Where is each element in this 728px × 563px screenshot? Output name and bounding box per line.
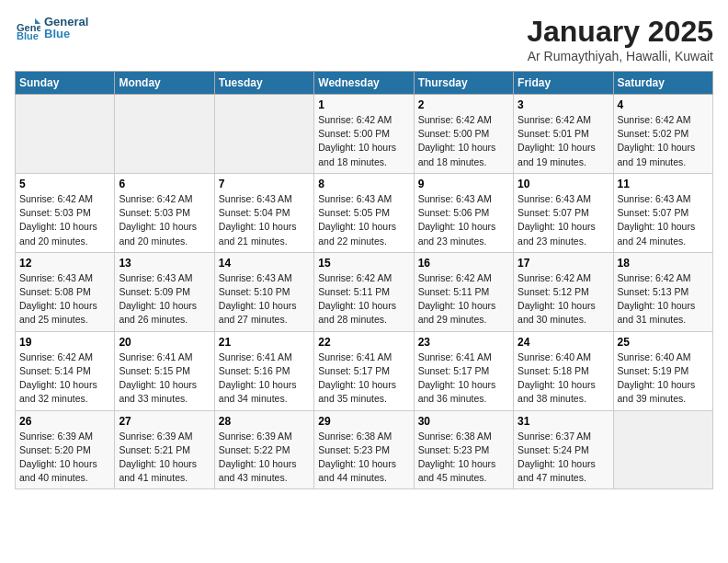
day-info: Sunrise: 6:42 AMSunset: 5:00 PMDaylight:… <box>418 113 509 169</box>
day-number: 24 <box>518 336 609 349</box>
day-number: 9 <box>418 178 509 190</box>
header-cell: Tuesday <box>214 72 313 95</box>
header-cell: Thursday <box>414 72 513 95</box>
day-number: 22 <box>318 336 409 349</box>
day-info: Sunrise: 6:43 AMSunset: 5:04 PMDaylight:… <box>219 192 310 248</box>
calendar-day: 3Sunrise: 6:42 AMSunset: 5:01 PMDaylight… <box>514 95 613 174</box>
day-number: 13 <box>119 257 210 270</box>
calendar-day: 10Sunrise: 6:43 AMSunset: 5:07 PMDayligh… <box>514 173 613 252</box>
calendar-day: 25Sunrise: 6:40 AMSunset: 5:19 PMDayligh… <box>613 331 712 410</box>
day-info: Sunrise: 6:38 AMSunset: 5:23 PMDaylight:… <box>318 430 409 486</box>
calendar-header: SundayMondayTuesdayWednesdayThursdayFrid… <box>16 72 713 95</box>
calendar-day: 29Sunrise: 6:38 AMSunset: 5:23 PMDayligh… <box>314 410 414 489</box>
calendar-week: 1Sunrise: 6:42 AMSunset: 5:00 PMDaylight… <box>16 95 713 174</box>
day-info: Sunrise: 6:41 AMSunset: 5:17 PMDaylight:… <box>318 350 409 407</box>
day-number: 18 <box>618 257 709 270</box>
header-cell: Saturday <box>613 72 712 95</box>
day-number: 12 <box>19 257 110 270</box>
day-number: 10 <box>518 178 609 190</box>
month-title: January 2025 <box>527 15 713 49</box>
day-info: Sunrise: 6:41 AMSunset: 5:17 PMDaylight:… <box>418 350 509 407</box>
calendar-day: 12Sunrise: 6:43 AMSunset: 5:08 PMDayligh… <box>16 252 115 331</box>
header-cell: Wednesday <box>314 72 414 95</box>
day-number: 5 <box>19 178 110 190</box>
header-cell: Friday <box>514 72 613 95</box>
logo-line2: Blue <box>44 27 88 40</box>
day-number: 23 <box>418 336 509 349</box>
calendar-day: 15Sunrise: 6:42 AMSunset: 5:11 PMDayligh… <box>314 252 414 331</box>
calendar-day: 30Sunrise: 6:38 AMSunset: 5:23 PMDayligh… <box>414 410 513 489</box>
day-number: 16 <box>418 257 509 270</box>
day-info: Sunrise: 6:42 AMSunset: 5:03 PMDaylight:… <box>19 192 110 248</box>
day-info: Sunrise: 6:41 AMSunset: 5:15 PMDaylight:… <box>119 350 210 407</box>
calendar-day: 9Sunrise: 6:43 AMSunset: 5:06 PMDaylight… <box>414 173 513 252</box>
day-number: 2 <box>418 98 509 111</box>
day-number: 11 <box>618 178 709 190</box>
calendar-week: 19Sunrise: 6:42 AMSunset: 5:14 PMDayligh… <box>16 331 713 410</box>
calendar-day: 2Sunrise: 6:42 AMSunset: 5:00 PMDaylight… <box>414 95 513 174</box>
calendar-day: 23Sunrise: 6:41 AMSunset: 5:17 PMDayligh… <box>414 331 513 410</box>
calendar-day <box>613 410 712 489</box>
logo-icon: General Blue <box>15 15 40 40</box>
day-info: Sunrise: 6:41 AMSunset: 5:16 PMDaylight:… <box>219 350 310 407</box>
calendar-day: 19Sunrise: 6:42 AMSunset: 5:14 PMDayligh… <box>16 331 115 410</box>
day-info: Sunrise: 6:43 AMSunset: 5:10 PMDaylight:… <box>219 271 310 327</box>
calendar-day: 17Sunrise: 6:42 AMSunset: 5:12 PMDayligh… <box>514 252 613 331</box>
day-number: 4 <box>618 98 709 111</box>
header-row: SundayMondayTuesdayWednesdayThursdayFrid… <box>16 72 713 95</box>
calendar-day: 26Sunrise: 6:39 AMSunset: 5:20 PMDayligh… <box>16 410 115 489</box>
day-number: 8 <box>318 178 409 190</box>
day-info: Sunrise: 6:42 AMSunset: 5:00 PMDaylight:… <box>318 113 409 169</box>
day-number: 29 <box>318 415 409 428</box>
location-title: Ar Rumaythiyah, Hawalli, Kuwait <box>527 49 713 63</box>
day-number: 20 <box>119 336 210 349</box>
calendar-week: 12Sunrise: 6:43 AMSunset: 5:08 PMDayligh… <box>16 252 713 331</box>
calendar-day: 4Sunrise: 6:42 AMSunset: 5:02 PMDaylight… <box>613 95 712 174</box>
day-info: Sunrise: 6:39 AMSunset: 5:22 PMDaylight:… <box>219 430 310 486</box>
day-info: Sunrise: 6:42 AMSunset: 5:14 PMDaylight:… <box>19 350 110 407</box>
day-number: 14 <box>219 257 310 270</box>
day-info: Sunrise: 6:37 AMSunset: 5:24 PMDaylight:… <box>518 430 609 486</box>
day-number: 19 <box>19 336 110 349</box>
title-block: January 2025 Ar Rumaythiyah, Hawalli, Ku… <box>527 15 713 63</box>
day-info: Sunrise: 6:43 AMSunset: 5:07 PMDaylight:… <box>618 192 709 248</box>
day-number: 1 <box>318 98 409 111</box>
day-info: Sunrise: 6:42 AMSunset: 5:02 PMDaylight:… <box>618 113 709 169</box>
page-header: General Blue General Blue January 2025 A… <box>15 15 713 63</box>
calendar-day <box>16 95 115 174</box>
calendar-day: 13Sunrise: 6:43 AMSunset: 5:09 PMDayligh… <box>115 252 214 331</box>
day-number: 21 <box>219 336 310 349</box>
day-info: Sunrise: 6:40 AMSunset: 5:19 PMDaylight:… <box>618 350 709 407</box>
calendar-day: 20Sunrise: 6:41 AMSunset: 5:15 PMDayligh… <box>115 331 214 410</box>
day-info: Sunrise: 6:39 AMSunset: 5:21 PMDaylight:… <box>119 430 210 486</box>
day-info: Sunrise: 6:43 AMSunset: 5:09 PMDaylight:… <box>119 271 210 327</box>
day-number: 27 <box>119 415 210 428</box>
calendar-day: 24Sunrise: 6:40 AMSunset: 5:18 PMDayligh… <box>514 331 613 410</box>
day-info: Sunrise: 6:42 AMSunset: 5:13 PMDaylight:… <box>618 271 709 327</box>
header-cell: Sunday <box>16 72 115 95</box>
day-number: 6 <box>119 178 210 190</box>
calendar-week: 5Sunrise: 6:42 AMSunset: 5:03 PMDaylight… <box>16 173 713 252</box>
day-number: 31 <box>518 415 609 428</box>
calendar-day: 5Sunrise: 6:42 AMSunset: 5:03 PMDaylight… <box>16 173 115 252</box>
day-info: Sunrise: 6:40 AMSunset: 5:18 PMDaylight:… <box>518 350 609 407</box>
calendar-day: 27Sunrise: 6:39 AMSunset: 5:21 PMDayligh… <box>115 410 214 489</box>
svg-marker-3 <box>35 18 40 24</box>
calendar-day: 18Sunrise: 6:42 AMSunset: 5:13 PMDayligh… <box>613 252 712 331</box>
day-info: Sunrise: 6:42 AMSunset: 5:12 PMDaylight:… <box>518 271 609 327</box>
day-info: Sunrise: 6:43 AMSunset: 5:05 PMDaylight:… <box>318 192 409 248</box>
calendar-day: 1Sunrise: 6:42 AMSunset: 5:00 PMDaylight… <box>314 95 414 174</box>
calendar-day: 21Sunrise: 6:41 AMSunset: 5:16 PMDayligh… <box>214 331 313 410</box>
calendar-day: 6Sunrise: 6:42 AMSunset: 5:03 PMDaylight… <box>115 173 214 252</box>
calendar-day: 31Sunrise: 6:37 AMSunset: 5:24 PMDayligh… <box>514 410 613 489</box>
day-info: Sunrise: 6:43 AMSunset: 5:08 PMDaylight:… <box>19 271 110 327</box>
day-info: Sunrise: 6:43 AMSunset: 5:06 PMDaylight:… <box>418 192 509 248</box>
calendar-table: SundayMondayTuesdayWednesdayThursdayFrid… <box>15 71 713 489</box>
svg-text:Blue: Blue <box>17 30 39 40</box>
calendar-day: 16Sunrise: 6:42 AMSunset: 5:11 PMDayligh… <box>414 252 513 331</box>
calendar-day <box>115 95 214 174</box>
day-info: Sunrise: 6:42 AMSunset: 5:11 PMDaylight:… <box>418 271 509 327</box>
day-info: Sunrise: 6:42 AMSunset: 5:03 PMDaylight:… <box>119 192 210 248</box>
header-cell: Monday <box>115 72 214 95</box>
calendar-week: 26Sunrise: 6:39 AMSunset: 5:20 PMDayligh… <box>16 410 713 489</box>
